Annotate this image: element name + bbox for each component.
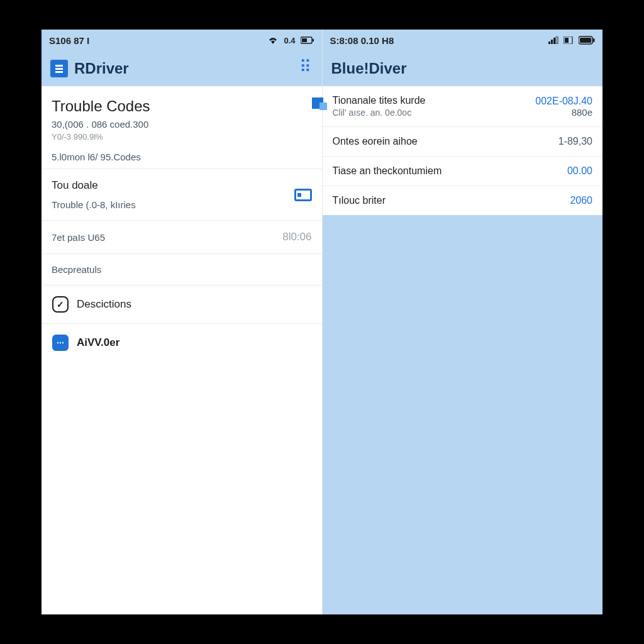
svg-rect-10 [593, 38, 595, 42]
item-becpreatuls[interactable]: Becpreatuls [42, 254, 322, 285]
app-logo-icon [50, 60, 68, 77]
r-tilouc-label: Tılouc briter [333, 195, 570, 206]
item-tetpals-label: 7et paIs U65 [52, 232, 275, 243]
item-aivoer-label: AiVV.0er [77, 336, 312, 349]
r-tionanale-label: Tionanale tites kurde [333, 95, 536, 106]
codes-summary-row: 5.l0mon l6/ 95.Codes [42, 145, 322, 169]
svg-rect-8 [565, 38, 569, 43]
menu-icon[interactable] [299, 62, 313, 75]
r-tionanale-value2: 880e [535, 107, 592, 118]
chat-badge-icon: ⋯ [52, 334, 69, 352]
r-tilouc-value: 2060 [570, 195, 592, 206]
status-time-right: S:8:08 0.10 H8 [330, 35, 394, 46]
item-descictions-label: Descictions [77, 298, 312, 311]
signal-icon [548, 36, 558, 44]
pane-left: S106 87 I 0.4 RDriver [42, 30, 323, 614]
device-frame: S106 87 I 0.4 RDriver [42, 30, 602, 614]
r-tiase-label: Tiase an theckontumiem [333, 165, 567, 177]
item-toudoale-sub: Trouble (.0-8, kIıries [52, 199, 287, 210]
r-item-tilouc[interactable]: Tılouc briter 2060 [323, 186, 603, 215]
battery-small-icon [301, 36, 314, 44]
r-tionanale-value: 002E-08J.40 [535, 96, 592, 107]
section-title: Trouble Codes [52, 97, 312, 115]
item-tetpals[interactable]: 7et paIs U65 8l0:06 [42, 221, 322, 253]
item-descictions[interactable]: ✓ Descictions [42, 286, 322, 323]
r-ontes-value: 1-89,30 [558, 136, 592, 147]
item-toudoale-label: Tou doale [52, 179, 287, 192]
battery-icon [579, 36, 595, 45]
r-tionanale-sub: Clil' aıse. an. 0e.0oc [333, 108, 536, 118]
r-item-tionanale[interactable]: Tionanale tites kurde Clil' aıse. an. 0e… [323, 86, 603, 127]
section-sub1: 30,(006 . 086 coed.300 [52, 119, 312, 130]
appbar-left: RDriver [42, 51, 322, 86]
r-tiase-value: 00.00 [567, 165, 592, 177]
svg-rect-5 [553, 38, 555, 44]
right-list: Tionanale tites kurde Clil' aıse. an. 0e… [323, 86, 603, 215]
r-item-tiase[interactable]: Tiase an theckontumiem 00.00 [323, 157, 603, 186]
item-tetpals-value: 8l0:06 [282, 231, 311, 243]
svg-rect-1 [313, 39, 314, 42]
wifi-icon [267, 36, 279, 45]
svg-rect-6 [556, 36, 558, 44]
check-badge-icon: ✓ [52, 296, 69, 313]
item-becpreatuls-label: Becpreatuls [52, 264, 312, 275]
statusbar-right: S:8:08 0.10 H8 [323, 30, 603, 51]
app-title-right: Blue!Diver [331, 60, 407, 77]
battery-box-icon [564, 36, 574, 44]
svg-rect-2 [302, 38, 307, 42]
codes-summary-label: 5.l0mon l6/ 95.Codes [52, 152, 312, 162]
svg-rect-11 [580, 38, 591, 43]
item-toudoale[interactable]: Tou doale Trouble (.0-8, kIıries [42, 169, 322, 220]
r-ontes-label: Ontes eorein aihoe [333, 136, 558, 147]
pane-right: S:8:08 0.10 H8 Blue!Diver [323, 30, 603, 614]
split-panes: S106 87 I 0.4 RDriver [42, 30, 602, 614]
app-title-left: RDriver [74, 60, 129, 77]
status-time-left: S106 87 I [49, 35, 89, 46]
r-item-ontes[interactable]: Ontes eorein aihoe 1-89,30 [323, 127, 603, 157]
empty-area [323, 215, 603, 614]
item-aivoer[interactable]: ⋯ AiVV.0er [42, 324, 322, 362]
status-wifi-val: 0.4 [284, 36, 295, 45]
appbar-right: Blue!Diver [323, 51, 603, 86]
svg-rect-4 [551, 40, 553, 44]
statusbar-left: S106 87 I 0.4 [42, 30, 322, 51]
svg-rect-3 [548, 42, 550, 44]
section-sub2: Y0/-3 990.9l% [52, 132, 312, 142]
card-icon [294, 186, 312, 204]
trouble-codes-header: Trouble Codes 30,(006 . 086 coed.300 Y0/… [42, 86, 322, 145]
